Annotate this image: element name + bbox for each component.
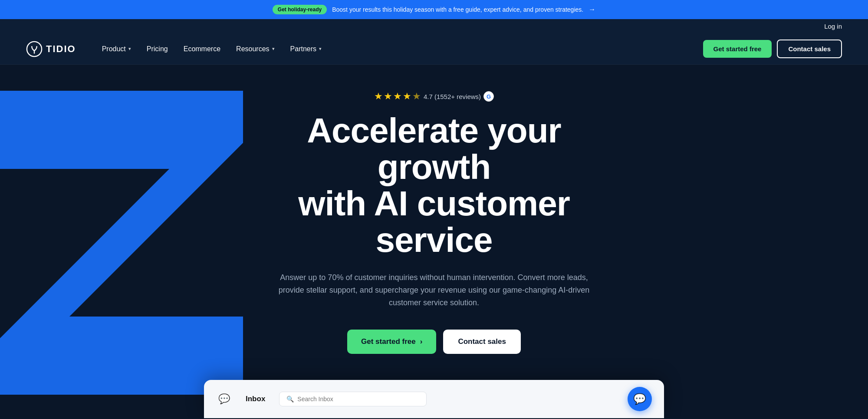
chevron-down-icon: ▾ xyxy=(128,46,131,52)
login-bar: Log in xyxy=(0,19,868,33)
chat-bubble-icon: 💬 xyxy=(633,393,646,405)
nav-item-ecommerce[interactable]: Ecommerce xyxy=(184,45,220,53)
star-2: ★ xyxy=(384,91,392,102)
hero-contact-sales-button[interactable]: Contact sales xyxy=(443,330,521,354)
hero-section: ★ ★ ★ ★ ★ 4.7 (1552+ reviews) G Accelera… xyxy=(0,65,868,418)
google-badge: G xyxy=(483,91,494,102)
hero-get-started-button[interactable]: Get started free › xyxy=(347,330,436,354)
inbox-icon: 💬 xyxy=(218,393,230,405)
hero-content: ★ ★ ★ ★ ★ 4.7 (1552+ reviews) G Accelera… xyxy=(239,91,629,380)
inbox-preview: 💬 Inbox 🔍 💬 xyxy=(204,380,664,418)
navbar: TIDIO Product ▾ Pricing Ecommerce Resour… xyxy=(0,33,868,65)
logo-text: TIDIO xyxy=(46,43,76,55)
stars-row: ★ ★ ★ ★ ★ 4.7 (1552+ reviews) G xyxy=(247,91,621,102)
search-input[interactable] xyxy=(297,396,419,403)
logo[interactable]: TIDIO xyxy=(26,41,76,57)
nav-buttons: Get started free Contact sales xyxy=(703,40,842,58)
login-link[interactable]: Log in xyxy=(824,23,842,30)
svg-marker-1 xyxy=(0,91,243,395)
tidio-logo-icon xyxy=(26,41,43,57)
star-4: ★ xyxy=(403,91,411,102)
banner-badge: Get holiday-ready xyxy=(273,5,327,14)
chat-bubble-button[interactable]: 💬 xyxy=(628,387,652,411)
nav-item-product[interactable]: Product ▾ xyxy=(102,45,131,53)
chevron-down-icon: ▾ xyxy=(272,46,275,52)
nav-item-resources[interactable]: Resources ▾ xyxy=(236,45,274,53)
arrow-right-icon: › xyxy=(420,337,423,346)
search-icon: 🔍 xyxy=(286,396,294,403)
inbox-label: Inbox xyxy=(246,395,265,403)
nav-links: Product ▾ Pricing Ecommerce Resources ▾ … xyxy=(102,45,703,53)
rating-value: 4.7 (1552+ reviews) xyxy=(424,93,481,100)
inbox-icon-wrap: 💬 xyxy=(216,391,232,407)
nav-item-pricing[interactable]: Pricing xyxy=(147,45,168,53)
star-5: ★ xyxy=(412,91,421,102)
nav-contact-sales-button[interactable]: Contact sales xyxy=(777,40,842,58)
hero-subtitle: Answer up to 70% of customer inquiries w… xyxy=(278,271,590,309)
inbox-search[interactable]: 🔍 xyxy=(279,392,427,406)
banner-text: Boost your results this holiday season w… xyxy=(332,6,583,13)
star-1: ★ xyxy=(374,91,383,102)
banner-arrow: → xyxy=(589,6,595,13)
svg-point-0 xyxy=(27,41,42,56)
z-background-shape xyxy=(0,65,278,418)
nav-item-partners[interactable]: Partners ▾ xyxy=(290,45,322,53)
star-3: ★ xyxy=(393,91,402,102)
hero-title: Accelerate your growthwith AI customer s… xyxy=(247,112,621,258)
nav-get-started-button[interactable]: Get started free xyxy=(703,40,772,58)
hero-buttons: Get started free › Contact sales xyxy=(247,330,621,354)
top-banner[interactable]: Get holiday-ready Boost your results thi… xyxy=(0,0,868,19)
star-rating: ★ ★ ★ ★ ★ xyxy=(374,91,421,102)
chevron-down-icon: ▾ xyxy=(319,46,322,52)
